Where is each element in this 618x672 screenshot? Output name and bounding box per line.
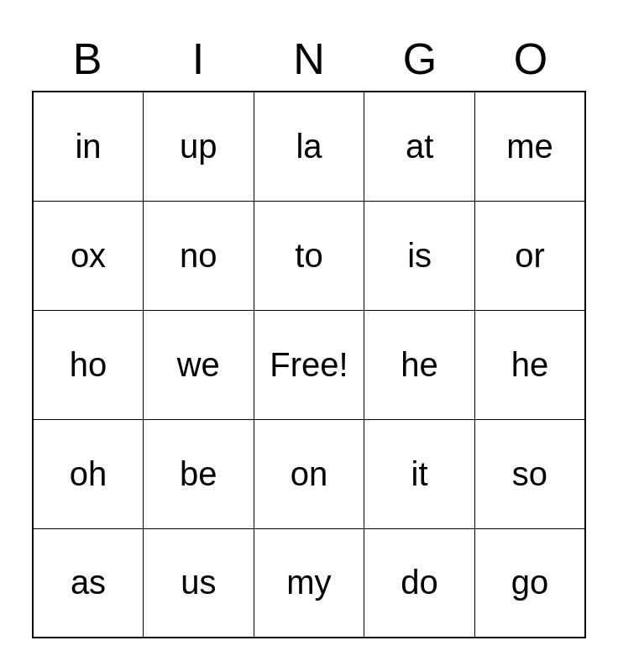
cell-r0-c3[interactable]: at <box>364 92 475 201</box>
cell-r2-c1[interactable]: we <box>144 310 254 419</box>
bingo-card: B I N G O inuplaatmeoxnotoisorhoweFree!h… <box>15 17 603 655</box>
cell-r0-c4[interactable]: me <box>474 92 585 201</box>
header-i: I <box>143 34 254 84</box>
table-row: oxnotoisor <box>33 201 585 310</box>
cell-r2-c3[interactable]: he <box>364 310 475 419</box>
cell-r4-c4[interactable]: go <box>474 528 585 638</box>
cell-r0-c2[interactable]: la <box>254 92 364 201</box>
cell-r3-c1[interactable]: be <box>144 419 254 528</box>
table-row: howeFree!hehe <box>33 310 585 419</box>
cell-r2-c0[interactable]: ho <box>33 310 144 419</box>
header-b: B <box>32 34 143 84</box>
cell-r3-c2[interactable]: on <box>254 419 364 528</box>
header-n: N <box>254 34 364 84</box>
cell-r4-c2[interactable]: my <box>254 528 364 638</box>
cell-r3-c0[interactable]: oh <box>33 419 144 528</box>
cell-r1-c2[interactable]: to <box>254 201 364 310</box>
cell-r4-c0[interactable]: as <box>33 528 144 638</box>
cell-r0-c1[interactable]: up <box>144 92 254 201</box>
cell-r2-c4[interactable]: he <box>474 310 585 419</box>
cell-r4-c3[interactable]: do <box>364 528 475 638</box>
cell-r2-c2[interactable]: Free! <box>254 310 364 419</box>
cell-r1-c4[interactable]: or <box>474 201 585 310</box>
cell-r1-c0[interactable]: ox <box>33 201 144 310</box>
bingo-header: B I N G O <box>32 34 586 84</box>
header-o: O <box>475 34 586 84</box>
cell-r4-c1[interactable]: us <box>144 528 254 638</box>
cell-r3-c3[interactable]: it <box>364 419 475 528</box>
table-row: asusmydogo <box>33 528 585 638</box>
cell-r0-c0[interactable]: in <box>33 92 144 201</box>
table-row: ohbeonitso <box>33 419 585 528</box>
cell-r1-c3[interactable]: is <box>364 201 475 310</box>
cell-r3-c4[interactable]: so <box>474 419 585 528</box>
table-row: inuplaatme <box>33 92 585 201</box>
header-g: G <box>364 34 475 84</box>
bingo-grid: inuplaatmeoxnotoisorhoweFree!heheohbeoni… <box>32 91 586 638</box>
cell-r1-c1[interactable]: no <box>144 201 254 310</box>
